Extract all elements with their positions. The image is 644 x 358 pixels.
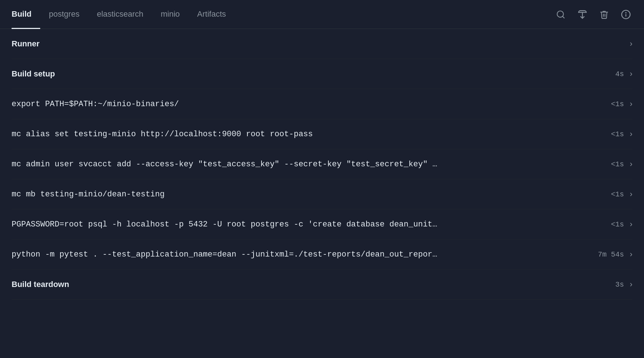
step-duration-export-path: <1s [602, 100, 624, 108]
step-chevron-export-path: › [630, 99, 632, 109]
download-icon[interactable] [576, 8, 589, 21]
step-row-pgpassword[interactable]: PGPASSWORD=root psql -h localhost -p 543… [12, 209, 632, 240]
step-row-mc-admin[interactable]: mc admin user svcacct add --access-key "… [12, 149, 632, 179]
step-label-build-setup: Build setup [12, 69, 602, 79]
step-right-pgpassword: <1s› [602, 220, 632, 229]
step-chevron-runner: › [630, 39, 632, 49]
step-duration-build-teardown: 3s [602, 280, 624, 289]
step-row-export-path[interactable]: export PATH=$PATH:~/minio-binaries/<1s› [12, 89, 632, 119]
search-icon[interactable] [554, 8, 567, 21]
step-chevron-build-teardown: › [630, 280, 632, 289]
step-label-export-path: export PATH=$PATH:~/minio-binaries/ [12, 100, 602, 109]
header-actions [554, 8, 632, 21]
step-row-mc-mb[interactable]: mc mb testing-minio/dean-testing<1s› [12, 179, 632, 209]
tab-minio[interactable]: minio [152, 0, 189, 29]
step-right-export-path: <1s› [602, 99, 632, 109]
step-row-build-setup[interactable]: Build setup4s› [12, 59, 632, 89]
app-container: BuildpostgreselasticsearchminioArtifacts [0, 0, 644, 300]
step-label-python-pytest: python -m pytest . --test_application_na… [12, 250, 598, 259]
step-right-build-teardown: 3s› [602, 280, 632, 289]
step-label-build-teardown: Build teardown [12, 280, 602, 289]
step-duration-python-pytest: 7m 54s [598, 250, 624, 259]
step-row-mc-alias[interactable]: mc alias set testing-minio http://localh… [12, 119, 632, 149]
step-chevron-mc-admin: › [630, 159, 632, 169]
step-chevron-mc-alias: › [630, 129, 632, 139]
tab-bar: BuildpostgreselasticsearchminioArtifacts [12, 0, 235, 29]
info-icon[interactable] [619, 8, 632, 21]
step-row-runner[interactable]: Runner› [12, 29, 632, 59]
step-chevron-python-pytest: › [630, 250, 632, 259]
step-row-python-pytest[interactable]: python -m pytest . --test_application_na… [12, 240, 632, 270]
step-chevron-pgpassword: › [630, 220, 632, 229]
step-right-runner: › [630, 39, 632, 49]
step-duration-mc-alias: <1s [602, 130, 624, 138]
step-right-build-setup: 4s› [602, 69, 632, 79]
svg-line-1 [563, 16, 564, 18]
step-duration-mc-admin: <1s [602, 160, 624, 168]
tab-elasticsearch[interactable]: elasticsearch [88, 0, 152, 29]
step-label-mc-alias: mc alias set testing-minio http://localh… [12, 130, 602, 139]
tab-postgres[interactable]: postgres [40, 0, 88, 29]
step-label-pgpassword: PGPASSWORD=root psql -h localhost -p 543… [12, 220, 602, 229]
delete-icon[interactable] [598, 8, 611, 21]
steps-list: Runner›Build setup4s›export PATH=$PATH:~… [0, 29, 644, 300]
tab-build[interactable]: Build [12, 0, 40, 29]
step-row-build-teardown[interactable]: Build teardown3s› [12, 270, 632, 300]
step-right-mc-admin: <1s› [602, 159, 632, 169]
step-right-python-pytest: 7m 54s› [598, 250, 632, 259]
step-chevron-build-setup: › [630, 69, 632, 79]
step-right-mc-alias: <1s› [602, 129, 632, 139]
step-chevron-mc-mb: › [630, 190, 632, 199]
step-duration-mc-mb: <1s [602, 190, 624, 199]
step-label-mc-mb: mc mb testing-minio/dean-testing [12, 190, 602, 199]
step-right-mc-mb: <1s› [602, 190, 632, 199]
step-label-runner: Runner [12, 39, 630, 49]
step-duration-pgpassword: <1s [602, 220, 624, 229]
step-duration-build-setup: 4s [602, 70, 624, 78]
tab-artifacts[interactable]: Artifacts [188, 0, 234, 29]
header: BuildpostgreselasticsearchminioArtifacts [0, 0, 644, 29]
step-label-mc-admin: mc admin user svcacct add --access-key "… [12, 160, 602, 169]
